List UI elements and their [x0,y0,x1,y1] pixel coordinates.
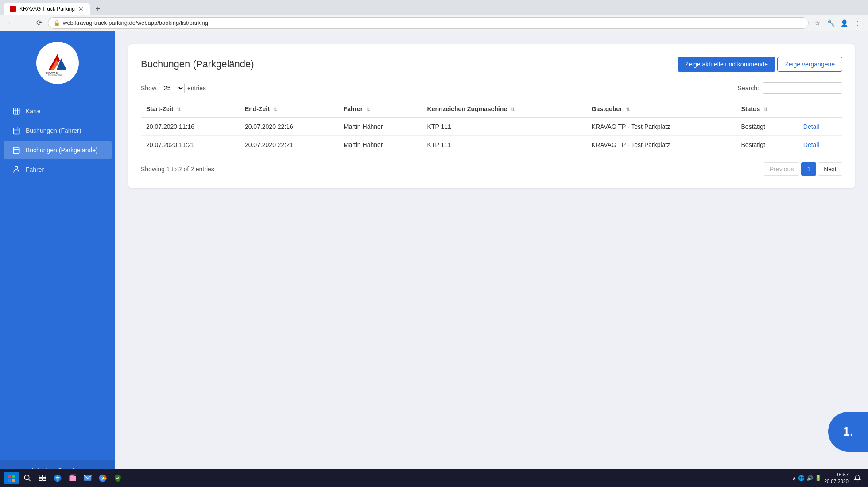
cell-status-0: Bestätigt [736,117,798,136]
table-controls: Show 25 10 50 100 entries Search: [141,82,842,94]
svg-rect-11 [8,475,11,478]
browser-chrome: KRAVAG Truck Parking ✕ + ← → ⟳ 🔒 web.kra… [0,0,868,31]
taskbar-taskview-icon[interactable] [36,472,49,484]
app-container: KRAVAG TRUCK PARKING Karte [0,31,868,487]
browser-url: web.kravag-truck-parking.de/webapp/booki… [63,19,208,26]
system-tray-icons: ∧ [792,475,796,481]
sidebar-item-fahrer[interactable]: Fahrer [4,160,112,179]
cell-action-0: Detail [798,117,842,136]
pagination: Previous 1 Next [764,162,842,176]
ssl-lock-icon: 🔒 [54,20,60,26]
sidebar-item-buchungen-fahrer-label: Buchungen (Fahrer) [26,127,81,134]
previous-button[interactable]: Previous [764,162,799,176]
show-past-button[interactable]: Zeige vergangene [777,57,842,72]
svg-line-16 [28,479,31,481]
sort-end-zeit-icon: ⇅ [273,107,277,112]
sidebar: KRAVAG TRUCK PARKING Karte [0,31,115,487]
taskbar-mail-icon[interactable] [81,472,94,484]
chrome-icon [98,474,107,483]
profile-button[interactable]: 👤 [839,18,849,28]
tab-title: KRAVAG Truck Parking [19,6,75,12]
card-header-buttons: Zeige aktuelle und kommende Zeige vergan… [678,57,842,72]
windows-logo-icon [8,475,15,482]
taskbar: ∧ 🌐 🔊 🔋 16:57 20.07.2020 [0,469,868,487]
browser-back-button[interactable]: ← [5,18,16,28]
taskbar-clock[interactable]: 16:57 20.07.2020 [824,472,849,485]
files-icon [68,474,77,483]
col-gastgeber[interactable]: Gastgeber ⇅ [586,101,736,117]
search-icon [23,474,31,482]
floating-badge: 1. [828,412,868,452]
cell-start-zeit-0: 20.07.2020 11:16 [141,117,240,136]
sidebar-item-karte[interactable]: Karte [4,102,112,120]
svg-rect-18 [43,475,46,477]
svg-rect-7 [13,128,19,134]
sort-gastgeber-icon: ⇅ [626,107,630,112]
browser-tabs: KRAVAG Truck Parking ✕ + [0,0,868,15]
tab-close-button[interactable]: ✕ [78,5,84,12]
shield-icon [113,474,122,483]
show-current-button[interactable]: Zeige aktuelle und kommende [678,57,776,72]
menu-button[interactable]: ⋮ [852,18,863,28]
col-fahrer[interactable]: Fahrer ⇅ [338,101,422,117]
volume-icon[interactable]: 🔊 [806,475,813,481]
show-label: Show [141,85,156,92]
detail-link-1[interactable]: Detail [803,141,819,148]
col-status-label: Status [741,105,760,112]
search-label: Search: [738,85,759,92]
main-content: Buchungen (Parkgelände) Zeige aktuelle u… [115,31,868,487]
detail-link-0[interactable]: Detail [803,123,819,130]
entries-select[interactable]: 25 10 50 100 [159,83,185,93]
col-start-zeit-label: Start-Zeit [146,105,173,112]
col-end-zeit[interactable]: End-Zeit ⇅ [240,101,338,117]
cell-end-zeit-1: 20.07.2020 22:21 [240,136,338,154]
next-button[interactable]: Next [818,162,842,176]
col-start-zeit[interactable]: Start-Zeit ⇅ [141,101,240,117]
new-tab-button[interactable]: + [92,3,104,15]
sidebar-item-buchungen-parkgelaende[interactable]: Buchungen (Parkgelände) [4,141,112,159]
svg-point-9 [15,166,18,169]
col-status[interactable]: Status ⇅ [736,101,798,117]
col-kennzeichen[interactable]: Kennzeichen Zugmaschine ⇅ [422,101,586,117]
floating-badge-text: 1. [843,425,853,439]
mail-icon [83,474,92,483]
entries-label: entries [187,85,206,92]
sidebar-item-buchungen-fahrer[interactable]: Buchungen (Fahrer) [4,121,112,140]
page-1-button[interactable]: 1 [801,162,816,176]
browser-address-bar[interactable]: 🔒 web.kravag-truck-parking.de/webapp/boo… [48,17,809,29]
table-row: 20.07.2020 11:21 20.07.2020 22:21 Martin… [141,136,842,154]
taskbar-browser-icon[interactable] [51,472,64,484]
cell-start-zeit-1: 20.07.2020 11:21 [141,136,240,154]
kravag-logo-svg: KRAVAG TRUCK PARKING [44,50,71,76]
start-button[interactable] [4,472,19,484]
sort-status-icon: ⇅ [763,107,767,112]
notification-bell-icon [854,475,861,482]
table-footer: Showing 1 to 2 of 2 entries Previous 1 N… [141,162,842,176]
extensions-button[interactable]: 🔧 [825,18,836,28]
taskbar-files-icon[interactable] [66,472,79,484]
cell-fahrer-0: Martin Hähner [338,117,422,136]
notification-icon[interactable] [851,472,864,484]
cell-status-1: Bestätigt [736,136,798,154]
bookmark-button[interactable]: ☆ [812,18,823,28]
col-end-zeit-label: End-Zeit [245,105,270,112]
showing-text: Showing 1 to 2 of 2 entries [141,166,214,173]
cell-fahrer-1: Martin Hähner [338,136,422,154]
cell-action-1: Detail [798,136,842,154]
clock-time: 16:57 [824,472,849,478]
taskbar-chrome-icon[interactable] [97,472,109,484]
svg-rect-8 [13,147,19,154]
browser-forward-button[interactable]: → [19,18,30,28]
taskbar-search-icon[interactable] [21,472,34,484]
sort-fahrer-icon: ⇅ [366,107,370,112]
bookings-table: Start-Zeit ⇅ End-Zeit ⇅ Fahrer ⇅ Kennz [141,101,842,154]
network-icon[interactable]: 🌐 [798,475,805,481]
svg-rect-17 [39,475,43,477]
table-body: 20.07.2020 11:16 20.07.2020 22:16 Martin… [141,117,842,154]
search-input[interactable] [763,82,842,94]
person-icon [12,166,20,174]
taskbar-shield-icon[interactable] [112,472,124,484]
browser-tab-active[interactable]: KRAVAG Truck Parking ✕ [4,3,90,15]
browser-refresh-button[interactable]: ⟳ [34,18,44,28]
svg-rect-6 [13,108,19,114]
